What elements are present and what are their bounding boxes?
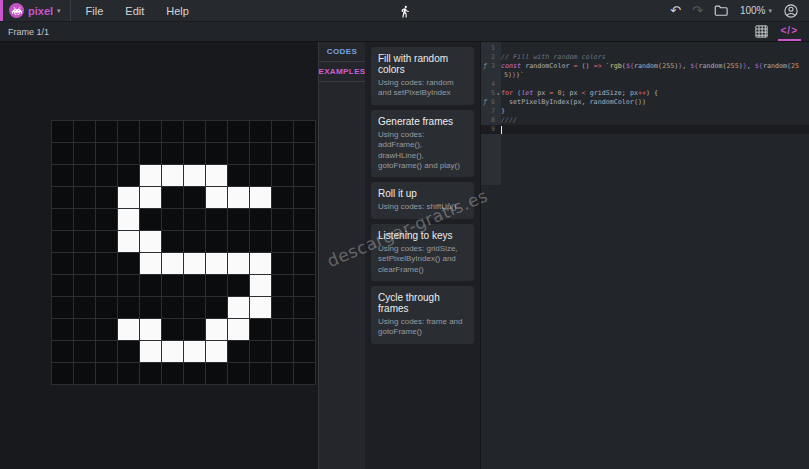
pixel-cell[interactable] xyxy=(272,231,293,252)
pixel-cell[interactable] xyxy=(162,121,183,142)
pixel-cell[interactable] xyxy=(96,341,117,362)
pixel-cell[interactable] xyxy=(294,209,315,230)
pixel-cell[interactable] xyxy=(52,231,73,252)
redo-button[interactable]: ↷ xyxy=(692,4,703,17)
pixel-cell[interactable] xyxy=(184,363,205,384)
pixel-cell[interactable] xyxy=(272,209,293,230)
pixel-cell[interactable] xyxy=(206,231,227,252)
pixel-cell[interactable] xyxy=(140,363,161,384)
pixel-cell[interactable] xyxy=(118,275,139,296)
pixel-cell[interactable] xyxy=(162,363,183,384)
menu-edit[interactable]: Edit xyxy=(125,5,144,17)
pixel-cell[interactable] xyxy=(118,341,139,362)
pixel-cell[interactable] xyxy=(52,253,73,274)
pixel-cell[interactable] xyxy=(96,253,117,274)
pixel-cell[interactable] xyxy=(250,231,271,252)
pixel-cell[interactable] xyxy=(140,209,161,230)
pixel-cell[interactable] xyxy=(228,297,249,318)
pixel-cell[interactable] xyxy=(250,143,271,164)
pixel-cell[interactable] xyxy=(162,275,183,296)
pixel-cell[interactable] xyxy=(74,165,95,186)
pixel-cell[interactable] xyxy=(228,253,249,274)
pixel-cell[interactable] xyxy=(52,341,73,362)
pixel-cell[interactable] xyxy=(52,363,73,384)
pixel-cell[interactable] xyxy=(294,253,315,274)
pixel-cell[interactable] xyxy=(52,143,73,164)
pixel-cell[interactable] xyxy=(74,187,95,208)
pixel-cell[interactable] xyxy=(96,143,117,164)
pixel-cell[interactable] xyxy=(140,231,161,252)
pixel-cell[interactable] xyxy=(272,187,293,208)
example-card[interactable]: Cycle through framesUsing codes: frame a… xyxy=(371,286,474,344)
pixel-cell[interactable] xyxy=(162,209,183,230)
pixel-cell[interactable] xyxy=(162,231,183,252)
run-button[interactable] xyxy=(398,0,411,22)
pixel-cell[interactable] xyxy=(272,363,293,384)
pixel-cell[interactable] xyxy=(250,121,271,142)
pixel-cell[interactable] xyxy=(228,275,249,296)
pixel-cell[interactable] xyxy=(294,143,315,164)
code-view-button[interactable]: </> xyxy=(778,22,801,41)
pixel-cell[interactable] xyxy=(206,253,227,274)
pixel-cell[interactable] xyxy=(162,319,183,340)
pixel-cell[interactable] xyxy=(228,187,249,208)
pixel-cell[interactable] xyxy=(118,209,139,230)
example-card[interactable]: Listening to keysUsing codes: gridSize, … xyxy=(371,224,474,281)
pixel-cell[interactable] xyxy=(52,187,73,208)
pixel-cell[interactable] xyxy=(118,297,139,318)
pixel-cell[interactable] xyxy=(206,319,227,340)
pixel-cell[interactable] xyxy=(96,209,117,230)
pixel-cell[interactable] xyxy=(228,341,249,362)
pixel-cell[interactable] xyxy=(162,297,183,318)
grid-view-button[interactable] xyxy=(754,24,769,39)
pixel-cell[interactable] xyxy=(294,363,315,384)
pixel-cell[interactable] xyxy=(206,275,227,296)
pixel-cell[interactable] xyxy=(206,121,227,142)
pixel-cell[interactable] xyxy=(206,165,227,186)
pixel-cell[interactable] xyxy=(294,319,315,340)
pixel-cell[interactable] xyxy=(96,165,117,186)
example-card[interactable]: Fill with random colorsUsing codes: rand… xyxy=(371,47,474,105)
pixel-cell[interactable] xyxy=(272,319,293,340)
zoom-select[interactable]: 100% ▾ xyxy=(740,5,772,16)
pixel-cell[interactable] xyxy=(52,297,73,318)
pixel-cell[interactable] xyxy=(228,319,249,340)
pixel-cell[interactable] xyxy=(206,143,227,164)
pixel-cell[interactable] xyxy=(52,209,73,230)
pixel-cell[interactable] xyxy=(74,363,95,384)
undo-button[interactable]: ↶ xyxy=(670,4,681,17)
pixel-cell[interactable] xyxy=(184,231,205,252)
pixel-cell[interactable] xyxy=(52,165,73,186)
pixel-cell[interactable] xyxy=(250,319,271,340)
app-logo-button[interactable]: pixel ▾ xyxy=(3,0,71,21)
pixel-cell[interactable] xyxy=(250,187,271,208)
tab-examples[interactable]: EXAMPLES xyxy=(319,62,365,82)
code-editor[interactable]: 12// Fill with random colorsƒ3const rand… xyxy=(480,42,809,469)
pixel-cell[interactable] xyxy=(184,165,205,186)
pixel-cell[interactable] xyxy=(118,143,139,164)
pixel-cell[interactable] xyxy=(140,187,161,208)
pixel-cell[interactable] xyxy=(52,121,73,142)
pixel-cell[interactable] xyxy=(74,341,95,362)
pixel-cell[interactable] xyxy=(184,209,205,230)
example-card[interactable]: Roll it upUsing codes: shiftUp() xyxy=(371,182,474,218)
pixel-cell[interactable] xyxy=(140,165,161,186)
pixel-cell[interactable] xyxy=(184,319,205,340)
pixel-cell[interactable] xyxy=(162,143,183,164)
pixel-cell[interactable] xyxy=(272,275,293,296)
pixel-cell[interactable] xyxy=(294,297,315,318)
pixel-cell[interactable] xyxy=(272,253,293,274)
tab-codes[interactable]: CODES xyxy=(319,42,365,62)
pixel-cell[interactable] xyxy=(74,143,95,164)
pixel-cell[interactable] xyxy=(74,253,95,274)
pixel-cell[interactable] xyxy=(184,143,205,164)
pixel-cell[interactable] xyxy=(52,275,73,296)
pixel-cell[interactable] xyxy=(96,187,117,208)
pixel-cell[interactable] xyxy=(294,121,315,142)
pixel-cell[interactable] xyxy=(118,231,139,252)
pixel-cell[interactable] xyxy=(162,253,183,274)
pixel-cell[interactable] xyxy=(206,209,227,230)
pixel-cell[interactable] xyxy=(96,363,117,384)
pixel-cell[interactable] xyxy=(118,253,139,274)
pixel-cell[interactable] xyxy=(272,297,293,318)
